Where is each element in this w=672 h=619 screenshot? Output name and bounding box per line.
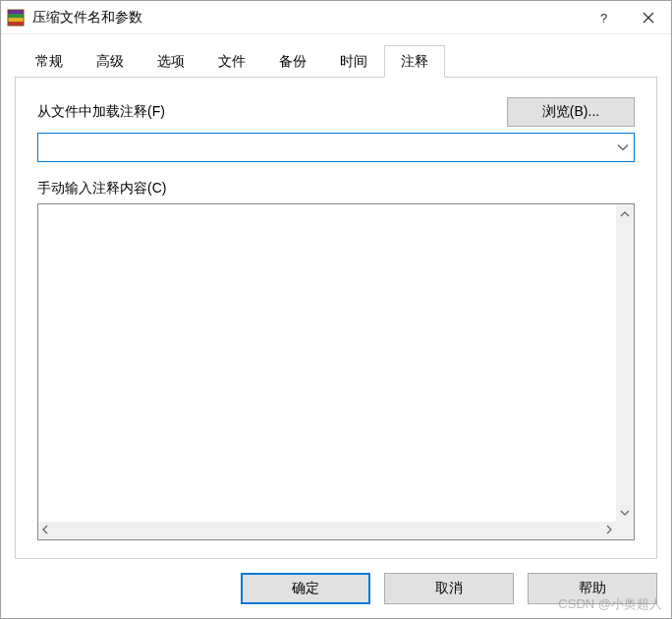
title-controls: ?	[581, 2, 671, 33]
scroll-corner	[616, 522, 634, 539]
tab-files[interactable]: 文件	[201, 45, 262, 78]
dialog-window: 压缩文件名和参数 ? 常规 高级 选项 文件 备份 时间 注释 从文件中加载注释…	[0, 0, 672, 619]
tab-backup[interactable]: 备份	[262, 45, 323, 78]
tab-comment[interactable]: 注释	[384, 45, 445, 78]
window-title: 压缩文件名和参数	[32, 9, 581, 27]
svg-text:?: ?	[600, 12, 607, 24]
scroll-down-icon	[620, 507, 630, 518]
textarea-content[interactable]	[38, 204, 616, 522]
dialog-footer: 确定 取消 帮助	[15, 559, 657, 604]
tab-strip: 常规 高级 选项 文件 备份 时间 注释	[15, 44, 657, 78]
file-input[interactable]	[37, 133, 635, 162]
svg-rect-2	[8, 18, 24, 22]
tab-time[interactable]: 时间	[323, 45, 384, 78]
tab-panel-comment: 从文件中加载注释(F) 浏览(B)... 手动输入注释内容(C)	[15, 78, 657, 559]
manual-comment-textarea[interactable]	[37, 203, 635, 540]
help-button[interactable]: ?	[581, 2, 626, 33]
manual-comment-section: 手动输入注释内容(C)	[37, 180, 635, 540]
svg-rect-3	[8, 22, 24, 26]
scroll-left-icon	[42, 525, 48, 536]
svg-rect-0	[8, 10, 24, 14]
app-icon	[7, 9, 25, 27]
svg-rect-1	[8, 14, 24, 18]
load-from-file-label: 从文件中加载注释(F)	[37, 103, 165, 121]
scroll-up-icon	[620, 208, 630, 219]
tab-options[interactable]: 选项	[140, 45, 201, 78]
ok-button[interactable]: 确定	[241, 573, 370, 604]
browse-button[interactable]: 浏览(B)...	[507, 97, 635, 127]
vertical-scrollbar[interactable]	[616, 204, 634, 522]
title-bar: 压缩文件名和参数 ?	[1, 1, 671, 34]
help-button-footer[interactable]: 帮助	[528, 573, 657, 604]
client-area: 常规 高级 选项 文件 备份 时间 注释 从文件中加载注释(F) 浏览(B)..…	[1, 34, 671, 618]
tab-advanced[interactable]: 高级	[80, 45, 140, 78]
close-button[interactable]	[626, 2, 671, 33]
tab-general[interactable]: 常规	[19, 45, 80, 78]
file-combobox[interactable]	[37, 133, 635, 162]
horizontal-scrollbar[interactable]	[38, 522, 616, 539]
manual-comment-label: 手动输入注释内容(C)	[37, 180, 635, 197]
cancel-button[interactable]: 取消	[384, 573, 514, 604]
scroll-right-icon	[606, 525, 612, 536]
load-row: 从文件中加载注释(F) 浏览(B)...	[37, 97, 635, 127]
